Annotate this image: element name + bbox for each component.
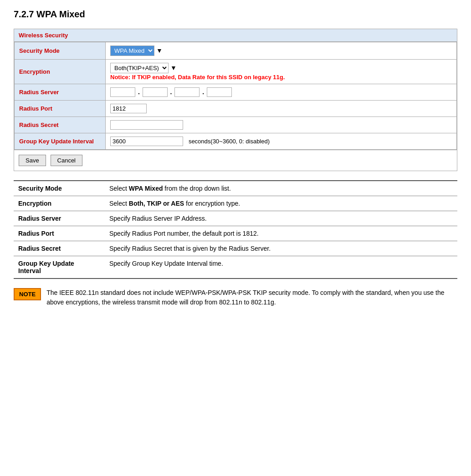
ip-sep-2: . [170, 88, 172, 96]
desc-term-encryption: Encryption [14, 196, 105, 211]
desc-term-group-key: Group Key Update Interval [14, 256, 105, 279]
radius-secret-row: Radius Secret [15, 117, 457, 133]
ip-sep-3: . [202, 88, 204, 96]
radius-server-cell: . . . [106, 84, 457, 101]
group-key-cell: seconds(30~3600, 0: disabled) [106, 133, 457, 150]
desc-row-encryption: Encryption Select Both, TKIP or AES for … [14, 196, 457, 211]
radius-server-row: Radius Server . . . [15, 84, 457, 101]
cancel-button[interactable]: Cancel [51, 155, 82, 166]
note-badge: NOTE [14, 288, 41, 300]
radius-secret-label: Radius Secret [15, 117, 106, 133]
desc-row-group-key: Group Key Update Interval Specify Group … [14, 256, 457, 279]
desc-def-encryption: Select Both, TKIP or AES for encryption … [105, 196, 457, 211]
description-table: Security Mode Select WPA Mixed from the … [14, 180, 457, 279]
page-title: 7.2.7 WPA Mixed [14, 9, 457, 20]
seconds-label: seconds(30~3600, 0: disabled) [189, 138, 270, 145]
form-header: Wireless Security [14, 29, 457, 42]
security-mode-cell: WPA Mixed ▼ [106, 42, 457, 60]
encryption-row: Encryption Both(TKIP+AES) ▼ Notice: If T… [15, 60, 457, 84]
radius-server-label: Radius Server [15, 84, 106, 101]
wireless-security-form: Wireless Security Security Mode WPA Mixe… [14, 29, 457, 171]
encryption-label: Encryption [15, 60, 106, 84]
radius-port-row: Radius Port [15, 101, 457, 117]
desc-suffix-1: for encryption type. [184, 200, 240, 207]
note-text: The IEEE 802.11n standard does not inclu… [46, 288, 457, 307]
radius-port-cell [106, 101, 457, 117]
encryption-notice: Notice: If TKIP enabled, Data Rate for t… [110, 74, 285, 81]
desc-prefix-1: Select [109, 200, 129, 207]
desc-term-radius-port: Radius Port [14, 226, 105, 241]
desc-bold-0: WPA Mixed [129, 185, 163, 192]
radius-ip1[interactable] [110, 87, 135, 97]
radius-ip4[interactable] [207, 87, 232, 97]
radius-secret-input[interactable] [110, 120, 183, 130]
encryption-select[interactable]: Both(TKIP+AES) [110, 63, 169, 73]
desc-row-radius-server: Radius Server Specify Radius Server IP A… [14, 211, 457, 226]
desc-def-security-mode: Select WPA Mixed from the drop down list… [105, 181, 457, 196]
desc-def-radius-port: Specify Radius Port number, the default … [105, 226, 457, 241]
group-key-label: Group Key Update Interval [15, 133, 106, 150]
save-button[interactable]: Save [19, 155, 46, 166]
desc-row-radius-secret: Radius Secret Specify Radius Secret that… [14, 241, 457, 256]
desc-def-radius-server: Specify Radius Server IP Address. [105, 211, 457, 226]
button-row: Save Cancel [14, 150, 457, 171]
desc-term-radius-server: Radius Server [14, 211, 105, 226]
radius-ip2[interactable] [143, 87, 168, 97]
radius-port-label: Radius Port [15, 101, 106, 117]
desc-suffix-0: from the drop down list. [163, 185, 230, 192]
desc-row-security-mode: Security Mode Select WPA Mixed from the … [14, 181, 457, 196]
note-section: NOTE The IEEE 802.11n standard does not … [14, 288, 457, 307]
radius-port-input[interactable] [110, 104, 147, 113]
desc-term-radius-secret: Radius Secret [14, 241, 105, 256]
desc-term-security-mode: Security Mode [14, 181, 105, 196]
security-mode-select[interactable]: WPA Mixed [110, 46, 154, 56]
desc-bold-1: Both, TKIP or AES [129, 200, 184, 207]
radius-secret-cell [106, 117, 457, 133]
settings-table: Security Mode WPA Mixed ▼ Encryption Bot… [14, 42, 457, 150]
security-mode-label: Security Mode [15, 42, 106, 60]
desc-row-radius-port: Radius Port Specify Radius Port number, … [14, 226, 457, 241]
security-mode-row: Security Mode WPA Mixed ▼ [15, 42, 457, 60]
desc-def-radius-secret: Specify Radius Secret that is given by t… [105, 241, 457, 256]
group-key-input[interactable] [110, 137, 183, 146]
group-key-row: Group Key Update Interval seconds(30~360… [15, 133, 457, 150]
radius-ip3[interactable] [174, 87, 200, 97]
desc-def-group-key: Specify Group Key Update Interval time. [105, 256, 457, 279]
encryption-cell: Both(TKIP+AES) ▼ Notice: If TKIP enabled… [106, 60, 457, 84]
desc-prefix-0: Select [109, 185, 129, 192]
ip-sep-1: . [138, 88, 140, 96]
